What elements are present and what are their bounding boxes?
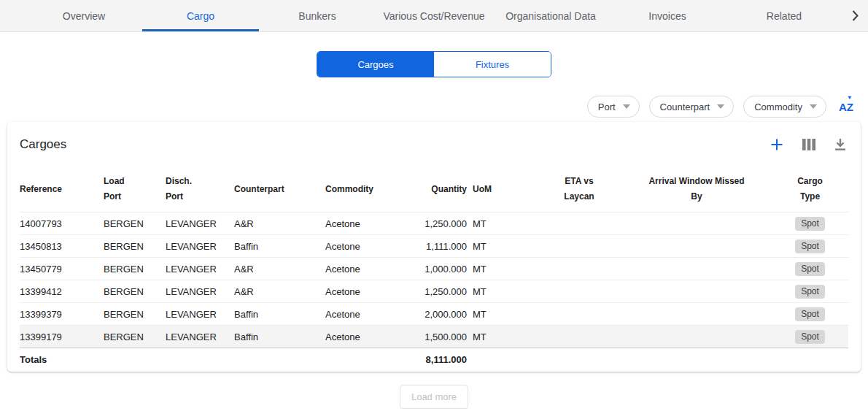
table-row[interactable]: 14007793BERGENLEVANGERA&RAcetone1,250.00…	[20, 212, 848, 235]
tab-cargo[interactable]: Cargo	[142, 0, 259, 31]
add-cargo-button[interactable]	[770, 138, 783, 151]
chevron-down-icon	[810, 104, 817, 109]
cell-commodity: Acetone	[325, 303, 406, 326]
cell-reference: 13399179	[20, 326, 104, 348]
cell-arrival-window-missed-by	[621, 303, 772, 326]
card-title: Cargoes	[20, 137, 66, 152]
table-row[interactable]: 13399412BERGENLEVANGERA&RAcetone1,250.00…	[20, 280, 848, 303]
col-header-uom: UoM	[473, 167, 537, 212]
cargo-type-badge: Spot	[795, 285, 825, 299]
cargo-type-badge: Spot	[795, 262, 825, 276]
cell-disch-port: LEVANGER	[166, 235, 234, 258]
plus-icon	[770, 138, 783, 151]
col-header-disch-port: Disch.Port	[166, 167, 234, 212]
table-row[interactable]: 13450779BERGENLEVANGERA&RAcetone1,000.00…	[20, 258, 848, 280]
cell-eta-vs-laycan	[537, 212, 621, 235]
card-header: Cargoes	[7, 122, 861, 167]
tab-invoices[interactable]: Invoices	[609, 0, 726, 31]
cell-uom: MT	[473, 280, 537, 303]
sort-alphabetical-icon[interactable]: AZ	[839, 101, 853, 113]
tab-overview[interactable]: Overview	[26, 0, 142, 31]
table-row[interactable]: 13399179BERGENLEVANGERBaffinAcetone1,500…	[20, 326, 848, 348]
tab-label: Organisational Data	[505, 10, 596, 22]
col-header-quantity: Quantity	[406, 167, 473, 212]
tab-bunkers[interactable]: Bunkers	[259, 0, 376, 31]
cell-counterpart: A&R	[234, 258, 325, 280]
filter-chip-counterpart[interactable]: Counterpart	[649, 96, 735, 118]
toggle-fixtures-button[interactable]: Fixtures	[434, 52, 551, 77]
nav-tabs: OverviewCargoBunkersVarious Cost/Revenue…	[26, 0, 842, 31]
filter-chip-label: Counterpart	[660, 101, 710, 112]
cell-load-port: BERGEN	[104, 258, 166, 280]
filter-chip-commodity[interactable]: Commodity	[743, 96, 826, 118]
cell-commodity: Acetone	[325, 280, 406, 303]
tab-label: Various Cost/Revenue	[383, 10, 484, 22]
cell-load-port: BERGEN	[104, 235, 166, 258]
cell-reference: 14007793	[20, 212, 104, 235]
nav-more-button[interactable]	[842, 0, 868, 31]
cell-disch-port: LEVANGER	[166, 212, 234, 235]
cell-uom: MT	[473, 326, 537, 348]
cell-quantity: 1,250.000	[406, 212, 473, 235]
cell-cargo-type: Spot	[772, 326, 848, 348]
toggle-cargoes-button[interactable]: Cargoes	[317, 52, 434, 77]
chevron-down-icon	[717, 104, 724, 109]
load-more-button[interactable]: Load more	[400, 385, 468, 409]
card-actions	[770, 138, 846, 151]
cell-commodity: Acetone	[325, 258, 406, 280]
tab-organisational-data[interactable]: Organisational Data	[492, 0, 609, 31]
cargoes-table: ReferenceLoadPortDisch.PortCounterpartCo…	[20, 167, 848, 372]
cell-uom: MT	[473, 235, 537, 258]
cell-arrival-window-missed-by	[621, 212, 772, 235]
col-header-load-port: LoadPort	[104, 167, 166, 212]
top-nav-bar: OverviewCargoBunkersVarious Cost/Revenue…	[0, 0, 868, 32]
cargo-type-badge: Spot	[795, 307, 825, 321]
cell-uom: MT	[473, 303, 537, 326]
cell-disch-port: LEVANGER	[166, 326, 234, 348]
chevron-right-icon	[852, 10, 859, 21]
tab-various-cost-revenue[interactable]: Various Cost/Revenue	[376, 0, 492, 31]
cell-disch-port: LEVANGER	[166, 258, 234, 280]
cell-commodity: Acetone	[325, 212, 406, 235]
cell-quantity: 1,250.000	[406, 280, 473, 303]
totals-label: Totals	[20, 348, 104, 372]
download-icon	[834, 139, 846, 151]
cell-cargo-type: Spot	[772, 303, 848, 326]
tab-related[interactable]: Related	[726, 0, 842, 31]
cell-uom: MT	[473, 212, 537, 235]
table-row[interactable]: 13450813BERGENLEVANGERBaffinAcetone1,111…	[20, 235, 848, 258]
cell-eta-vs-laycan	[537, 326, 621, 348]
tab-label: Overview	[63, 10, 105, 22]
columns-icon	[802, 139, 815, 150]
table-totals-row: Totals 8,111.000	[20, 348, 848, 372]
cell-quantity: 1,111.000	[406, 235, 473, 258]
cell-commodity: Acetone	[325, 326, 406, 348]
cell-counterpart: Baffin	[234, 235, 325, 258]
cell-arrival-window-missed-by	[621, 326, 772, 348]
cell-load-port: BERGEN	[104, 280, 166, 303]
cell-counterpart: A&R	[234, 212, 325, 235]
view-toggle: Cargoes Fixtures	[317, 51, 551, 77]
filter-chip-label: Commodity	[754, 101, 802, 112]
cargoes-card: Cargoes	[7, 122, 861, 372]
cell-counterpart: A&R	[234, 280, 325, 303]
filter-chip-port[interactable]: Port	[587, 96, 640, 118]
view-toggle-row: Cargoes Fixtures	[0, 51, 868, 77]
cargo-type-badge: Spot	[795, 239, 825, 253]
cell-reference: 13399379	[20, 303, 104, 326]
columns-button[interactable]	[802, 139, 815, 150]
download-button[interactable]	[834, 139, 846, 151]
cell-cargo-type: Spot	[772, 212, 848, 235]
table-row[interactable]: 13399379BERGENLEVANGERBaffinAcetone2,000…	[20, 303, 848, 326]
table-header: ReferenceLoadPortDisch.PortCounterpartCo…	[20, 167, 848, 212]
table-body: 14007793BERGENLEVANGERA&RAcetone1,250.00…	[20, 212, 848, 348]
cell-reference: 13399412	[20, 280, 104, 303]
tab-label: Cargo	[187, 10, 214, 22]
cell-cargo-type: Spot	[772, 258, 848, 280]
cell-disch-port: LEVANGER	[166, 303, 234, 326]
cell-cargo-type: Spot	[772, 235, 848, 258]
col-header-arrival-window-missed-by: Arrival Window MissedBy	[621, 167, 772, 212]
load-more-row: Load more	[0, 385, 868, 409]
col-header-commodity: Commodity	[325, 167, 406, 212]
filter-chip-label: Port	[598, 101, 616, 112]
